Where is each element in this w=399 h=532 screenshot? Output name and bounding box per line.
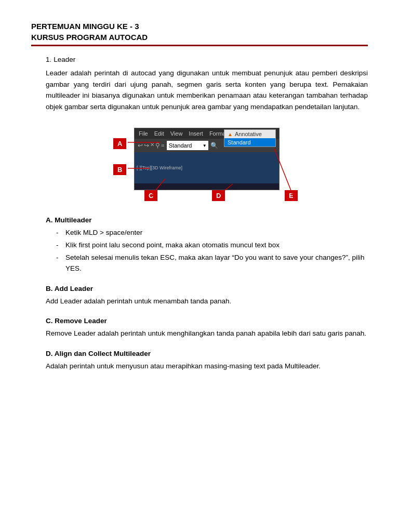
main-content: 1. Leader Leader adalah perintah di auto… [31,56,368,372]
dropdown-popup: ▲ Annotative Standard [224,129,276,147]
label-b-badge: B [113,164,126,175]
workspace-label: [-][Top][3D Wireframe] [137,165,182,170]
tool-icon-1: ↩ [138,142,143,150]
dropdown-item-annotative[interactable]: ▲ Annotative [224,130,275,138]
autocad-toolbar: ↩ ↪ ✕ ⚲ ≡ Standard 🔍 ▲ Annotative [135,139,279,152]
autocad-image-container: A B File Edit View Insert Format ↩ ↪ [46,123,368,206]
toolbar-icons: ↩ ↪ ✕ ⚲ ≡ [138,142,165,150]
menu-insert: Insert [189,130,203,137]
dash-1: - [56,227,61,238]
subsection-d: D. Align dan Collect Multileader Adalah … [46,350,368,372]
dropdown-item-standard[interactable]: Standard [224,138,275,147]
toolbar-search-icon: 🔍 [210,141,220,150]
bullet-text-1: Ketik MLD > space/enter [65,227,142,238]
dropdown-annotative-label: Annotative [235,131,262,137]
label-c-badge: C [144,190,157,201]
tool-icon-3: ✕ [150,142,154,150]
page-header: PERTEMUAN MINGGU KE - 3 KURSUS PROGRAM A… [31,21,368,46]
autocad-workspace: [-][Top][3D Wireframe] [135,152,279,183]
subsection-a-bullets: - Ketik MLD > space/enter - Klik first p… [56,227,368,274]
header-line1: PERTEMUAN MINGGU KE - 3 [31,22,139,31]
subsection-c: C. Remove Leader Remove Leader adalah pe… [46,317,368,339]
header-line2: KURSUS PROGRAM AUTOCAD [31,33,148,42]
toolbar-dropdown[interactable]: Standard [167,141,208,150]
autocad-window: File Edit View Insert Format ↩ ↪ ✕ ⚲ ≡ [134,128,280,190]
label-d-badge: D [212,190,225,201]
menu-edit: Edit [154,130,164,137]
dash-2: - [56,240,61,251]
item-title: Leader [54,56,75,63]
tool-icon-2: ↪ [144,142,149,150]
dropdown-standard-label: Standard [228,139,251,145]
subsection-d-title: D. Align dan Collect Multileader [46,350,368,357]
dropdown-label: Standard [169,142,192,149]
numbered-item-1: 1. Leader Leader adalah perintah di auto… [31,56,368,112]
annotative-icon: ▲ [228,131,233,137]
subsection-b-body: Add Leader adalah perintah untuk menamba… [46,296,368,307]
dash-3: - [56,252,61,263]
subsection-d-body: Adalah perintah untuk menyusun atau mera… [46,361,368,372]
label-a-badge: A [113,138,126,149]
bullet-item-1: - Ketik MLD > space/enter [56,227,368,238]
subsection-a: A. Multileader - Ketik MLD > space/enter… [46,216,368,274]
tool-icon-4: ⚲ [155,142,160,150]
subsection-c-title: C. Remove Leader [46,317,368,325]
header-divider [31,45,368,46]
subsection-a-title: A. Multileader [46,216,368,224]
bullet-item-2: - Klik first point lalu second point, ma… [56,240,368,251]
label-e-badge: E [285,190,298,201]
subsection-b: B. Add Leader Add Leader adalah perintah… [46,285,368,307]
tool-icon-5: ≡ [161,142,165,150]
bullet-text-2: Klik first point lalu second point, maka… [65,240,280,251]
subsection-c-body: Remove Leader adalah perintah untuk meng… [46,328,368,339]
bullet-text-3: Setelah selesai menulis tekan ESC, maka … [65,252,368,274]
item-number: 1. [46,56,51,63]
item-paragraph: Leader adalah perintah di autocad yang d… [46,68,368,112]
autocad-screenshot: A B File Edit View Insert Format ↩ ↪ [113,123,300,206]
menu-file: File [139,130,148,137]
bullet-item-3: - Setelah selesai menulis tekan ESC, mak… [56,252,368,274]
subsection-b-title: B. Add Leader [46,285,368,292]
menu-view: View [170,130,183,137]
